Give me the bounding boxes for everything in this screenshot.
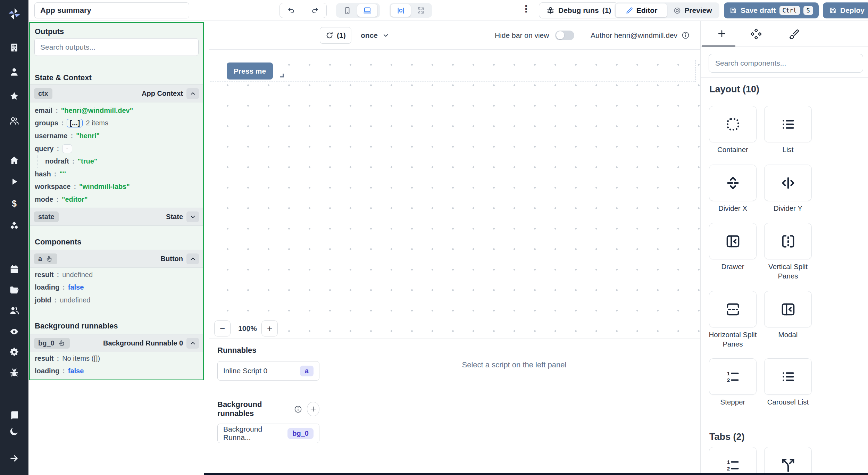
bg-runnable-header-row[interactable]: bg_0 Background Runnable 0 bbox=[30, 334, 203, 352]
button-component-header-row[interactable]: a Button bbox=[30, 250, 203, 268]
desktop-view-button[interactable] bbox=[357, 4, 377, 17]
collapse-button[interactable] bbox=[186, 253, 199, 264]
sidebar-item-star[interactable] bbox=[0, 91, 28, 101]
sidebar-item-moon[interactable] bbox=[0, 426, 28, 436]
press-me-button[interactable]: Press me bbox=[227, 62, 273, 80]
author-info: Author henri@windmill.dev bbox=[591, 21, 690, 50]
component-card-drawer[interactable] bbox=[709, 223, 757, 259]
sidebar-item-bug[interactable] bbox=[0, 368, 28, 378]
expand-icon bbox=[417, 6, 425, 15]
state-header-row[interactable]: state State bbox=[30, 208, 203, 226]
component-card-list[interactable] bbox=[764, 106, 812, 142]
tab-insert[interactable] bbox=[717, 28, 727, 39]
phone-icon bbox=[343, 6, 352, 15]
sidebar-item-arrow-right[interactable] bbox=[0, 453, 28, 464]
search-components-input[interactable] bbox=[709, 54, 863, 73]
output-row: result:undefined bbox=[30, 268, 203, 281]
expand-button[interactable] bbox=[186, 211, 199, 222]
windmill-logo-icon[interactable] bbox=[0, 7, 28, 21]
redo-button[interactable] bbox=[303, 3, 326, 18]
output-row: loading:false bbox=[30, 281, 203, 294]
search-outputs-input[interactable] bbox=[34, 38, 199, 56]
component-card-tabs-0[interactable]: 12 bbox=[709, 447, 757, 475]
users-icon bbox=[9, 305, 19, 316]
sidebar-item-book[interactable] bbox=[0, 410, 28, 421]
sidebar-item-play[interactable] bbox=[0, 176, 28, 187]
component-card-divider-x[interactable] bbox=[709, 165, 757, 201]
component-card-horizontal-split-panes[interactable] bbox=[709, 291, 757, 327]
canvas-grid[interactable] bbox=[209, 50, 700, 339]
sidebar-item-calendar[interactable] bbox=[0, 264, 28, 275]
divider-x-icon bbox=[725, 175, 741, 191]
ctx-header-row[interactable]: ctx App Context bbox=[30, 84, 203, 102]
background-runnable-row[interactable]: Background Runna... bg_0 bbox=[217, 424, 319, 443]
info-icon[interactable] bbox=[294, 405, 302, 414]
sidebar-item-gear[interactable] bbox=[0, 347, 28, 357]
state-chip[interactable]: state bbox=[34, 211, 59, 222]
component-card-modal[interactable] bbox=[764, 291, 812, 327]
component-card-divider-y[interactable] bbox=[764, 165, 812, 201]
colon: : bbox=[54, 170, 57, 178]
kebab-menu-button[interactable]: ⋮ bbox=[521, 3, 531, 15]
editor-label: Editor bbox=[636, 6, 658, 15]
collapse-button[interactable] bbox=[186, 88, 199, 99]
add-background-runnable-button[interactable] bbox=[307, 402, 319, 416]
eye-icon bbox=[9, 326, 19, 337]
state-label: State bbox=[166, 213, 183, 221]
zoom-out-button[interactable]: − bbox=[214, 320, 231, 336]
component-a-chip[interactable]: a bbox=[34, 253, 57, 264]
component-card-container[interactable] bbox=[709, 106, 757, 142]
sidebar-item-dollar[interactable]: $ bbox=[0, 199, 28, 209]
center-layout-icon bbox=[397, 6, 405, 15]
center-layout-button[interactable] bbox=[391, 4, 411, 17]
component-card-carousel-list[interactable] bbox=[764, 358, 812, 395]
expand-object-chip[interactable]: - bbox=[62, 144, 72, 153]
undo-button[interactable] bbox=[280, 3, 303, 18]
app-summary-input[interactable] bbox=[34, 2, 189, 18]
tab-preview[interactable]: Preview bbox=[667, 3, 718, 17]
hide-bar-toggle[interactable] bbox=[555, 31, 574, 40]
collapse-button[interactable] bbox=[186, 338, 199, 349]
bg-runnable-label: Background Runnable 0 bbox=[103, 339, 183, 347]
resize-handle[interactable] bbox=[280, 74, 284, 77]
colon: : bbox=[72, 157, 75, 165]
component-card-stepper[interactable]: 12 bbox=[709, 358, 757, 395]
output-key: loading bbox=[35, 283, 59, 291]
bg0-chip[interactable]: bg_0 bbox=[34, 338, 70, 349]
deploy-button[interactable]: Deploy bbox=[823, 2, 868, 18]
canvas-controls-bar: (1) once Hide bar on view Author henri@w… bbox=[209, 21, 700, 50]
output-key: loading bbox=[35, 367, 59, 375]
sidebar-item-user-group[interactable] bbox=[0, 116, 28, 126]
save-draft-button[interactable]: Save draft CtrlS bbox=[724, 2, 819, 18]
tab-components-tree[interactable] bbox=[751, 28, 762, 40]
sidebar-item-folder[interactable] bbox=[0, 285, 28, 295]
expand-array-chip[interactable]: [...] bbox=[67, 119, 83, 127]
sidebar-item-users[interactable] bbox=[0, 305, 28, 316]
component-card-label: Modal bbox=[760, 330, 816, 339]
component-card-label: Vertical Split Panes bbox=[760, 262, 816, 281]
component-card-label: Drawer bbox=[705, 262, 761, 271]
tab-styling[interactable] bbox=[789, 28, 800, 40]
debug-runs-button[interactable]: Debug runs (1) bbox=[539, 2, 618, 18]
v-split-icon bbox=[780, 233, 796, 249]
sidebar-item-eye[interactable] bbox=[0, 326, 28, 337]
mobile-view-button[interactable] bbox=[337, 4, 357, 17]
fullwidth-layout-button[interactable] bbox=[411, 4, 431, 17]
sidebar-item-building[interactable] bbox=[0, 42, 28, 53]
info-icon[interactable] bbox=[681, 31, 690, 40]
save-icon bbox=[829, 7, 837, 14]
recompute-button[interactable]: (1) bbox=[320, 27, 351, 44]
component-card-label: Carousel List bbox=[760, 397, 816, 407]
component-card-tabs-1[interactable] bbox=[764, 447, 812, 475]
ctx-chip[interactable]: ctx bbox=[34, 88, 52, 99]
sidebar-item-user[interactable] bbox=[0, 67, 28, 77]
inline-script-row[interactable]: Inline Script 0 a bbox=[217, 361, 319, 381]
output-key: email bbox=[35, 107, 52, 115]
tab-editor[interactable]: Editor bbox=[616, 3, 667, 17]
sidebar-item-home[interactable] bbox=[0, 155, 28, 166]
sidebar-item-boxes[interactable] bbox=[0, 221, 28, 231]
output-key: mode bbox=[35, 195, 53, 203]
schedule-dropdown[interactable]: once bbox=[361, 21, 390, 50]
zoom-in-button[interactable]: + bbox=[261, 320, 278, 336]
component-card-vertical-split-panes[interactable] bbox=[764, 223, 812, 259]
